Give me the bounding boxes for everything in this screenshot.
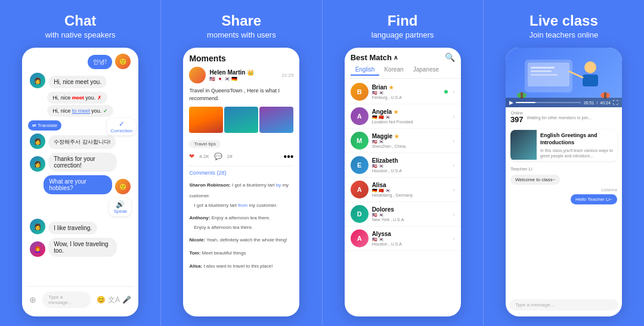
live-title: Live class	[530, 13, 598, 29]
find-section: Find language partners Best Match ∧ 🔍 En…	[322, 0, 483, 326]
translate-button[interactable]: ⇄ Translate	[28, 120, 61, 131]
search-icon[interactable]: 🔍	[445, 52, 455, 62]
class-card[interactable]: English Greetings and Introductions In t…	[510, 130, 617, 161]
tab-english[interactable]: English	[351, 64, 380, 76]
input-placeholder: Type a message...	[48, 294, 85, 305]
user-avatar: E	[351, 156, 369, 174]
user-name: Alisa	[372, 182, 450, 188]
post-user-row: Helen Martin 👑 🇺🇸 🇯🇵 🇰🇷 🇩🇪 22:25	[189, 67, 293, 83]
user-flags: 🇩🇪 🇨🇳 🇰🇷	[372, 188, 450, 193]
post-avatar	[189, 67, 206, 83]
add-icon[interactable]: ⊕	[29, 295, 36, 305]
msg-row: What are your hobbies? 🙂	[27, 175, 134, 194]
chat-phone: 안녕! 🙂 👩 Hi, nice meet you. ✓ Correction …	[22, 48, 138, 316]
post-flags: 🇺🇸 🇯🇵 🇰🇷 🇩🇪	[209, 76, 254, 82]
moments-post: Helen Martin 👑 🇺🇸 🇯🇵 🇰🇷 🇩🇪 22:25 Travel …	[183, 67, 299, 166]
comment-text: Enjoy a afternoon tea there.	[212, 215, 271, 221]
mic-icon[interactable]: 🎤	[122, 296, 131, 304]
user-name: Angela ★	[372, 108, 450, 115]
sender-name: Listanna	[506, 187, 622, 193]
tab-japanese[interactable]: Japanese	[408, 64, 444, 76]
msg-row: 👩 수정해주서 감사합니다!	[27, 133, 134, 149]
chat-input[interactable]: Type a message...	[42, 291, 91, 308]
user-row[interactable]: A Alyssa 🇺🇸 🇰🇷 Houston , U.S.A ›	[345, 226, 461, 251]
share-title: Share	[222, 13, 262, 29]
chat-bubble: Thanks for your correction!	[48, 153, 117, 172]
user-avatar: A	[351, 181, 369, 198]
svg-rect-6	[583, 74, 598, 86]
user-location: Fenburg , U.S.A	[372, 95, 441, 100]
comment-author: Sharon Robinson:	[189, 182, 232, 188]
comment-item: Sharon Robinson: I got a blueberry tart …	[189, 178, 293, 200]
total-time: 40:24	[600, 101, 611, 105]
welcome-bubble: Welcome to class~	[510, 175, 560, 185]
user-avatar: A	[351, 107, 369, 125]
play-button[interactable]: ▶	[509, 100, 513, 105]
online-count-block: Online 397	[510, 111, 524, 124]
user-row[interactable]: D Dolores 🇺🇸 🇰🇷 New York , U.S.A ›	[345, 202, 461, 226]
heart-icon[interactable]: ❤	[189, 153, 194, 160]
live-info-bar: Online 397 Waiting for other members to …	[506, 107, 622, 128]
chat-bubble: Hi, nice meet you. ✗	[47, 92, 107, 104]
user-info: Maggie ★ 🇺🇸 🇰🇷 ShenZhen , China	[372, 133, 450, 148]
chat-bubble: I like traveling.	[48, 222, 97, 234]
comments-section: Comments (28) Sharon Robinson: I got a b…	[183, 166, 299, 276]
chat-bubble: Hi, nice meet you.	[48, 76, 107, 88]
welcome-message-row: Welcome to class~	[506, 173, 622, 187]
comment-author: Anthony:	[189, 215, 211, 221]
correction-button[interactable]: ✓ Correction	[107, 118, 136, 135]
post-image-3	[259, 107, 293, 133]
msg-row: 👩‍🦰 Wow, I love traveling too.	[27, 238, 134, 257]
chevron-right-icon: ›	[453, 89, 454, 95]
user-name: Elizabeth	[372, 157, 450, 164]
post-tag[interactable]: Travel tips	[189, 140, 221, 148]
user-row[interactable]: A Angela ★ 🇩🇪 🇨🇳 🇰🇷 Location Not Provide…	[345, 104, 461, 129]
comment-text: Meet beautiful things	[202, 250, 246, 256]
translate-icon[interactable]: 文A	[108, 295, 120, 305]
live-chat-input[interactable]: Type a message...	[509, 299, 618, 311]
progress-track[interactable]	[516, 102, 581, 103]
comments-count: 28	[227, 154, 233, 159]
svg-point-5	[584, 61, 596, 73]
translate-label: Translate	[38, 123, 57, 128]
user-row[interactable]: E Elizabeth 🇺🇸 🇰🇷 Houston , U.S.A ›	[345, 153, 461, 178]
comment-item: Tom: Meet beautiful things	[189, 246, 293, 257]
chat-bubble: Wow, I love traveling too.	[48, 238, 117, 257]
tab-korean[interactable]: Korean	[379, 64, 408, 76]
user-location: Location Not Provided	[372, 120, 450, 124]
moments-header: Moments	[183, 48, 299, 67]
speak-button[interactable]: 🔊 Speak	[109, 198, 131, 216]
time-separator: /	[596, 101, 597, 105]
emoji-icon[interactable]: 😊	[97, 296, 106, 304]
share-section: Share moments with users Moments Helen M…	[160, 0, 321, 326]
progress-fill	[516, 102, 535, 103]
user-list: B Brian ★ 🇺🇸 🇰🇷 Fenburg , U.S.A › A Ange…	[345, 79, 461, 316]
comment-item: Anthony: Enjoy a afternoon tea there.	[189, 211, 293, 222]
user-row[interactable]: M Maggie ★ 🇺🇸 🇰🇷 ShenZhen , China ›	[345, 129, 461, 153]
chat-title: Chat	[64, 13, 96, 29]
comment-icon[interactable]: 💬	[214, 153, 222, 160]
post-time: 22:25	[281, 73, 293, 78]
chevron-right-icon: ›	[453, 162, 454, 169]
chat-bubble: 안녕!	[88, 55, 112, 69]
msg-row: 👩 Hi, nice meet you.	[27, 73, 134, 88]
more-icon[interactable]: •••	[284, 151, 294, 162]
chat-subtitle: with native speakers	[45, 30, 116, 39]
best-match-label: Best Match ∧	[351, 53, 398, 62]
comment-text-corrected: Enjoy a afternoon tea there.	[189, 224, 293, 231]
user-row[interactable]: A Alisa 🇩🇪 🇨🇳 🇰🇷 Heidelberg , Germany ›	[345, 178, 461, 202]
user-row[interactable]: B Brian ★ 🇺🇸 🇰🇷 Fenburg , U.S.A ›	[345, 80, 461, 104]
share-subtitle: moments with users	[207, 30, 276, 39]
comment-author: Alisa:	[189, 263, 203, 269]
user-flags: 🇺🇸 🇰🇷	[372, 139, 450, 144]
correction-label: Correction	[110, 128, 132, 133]
fullscreen-icon[interactable]: ⛶	[613, 100, 618, 105]
comment-item: I got a blueberry tart from my customer.	[189, 202, 293, 209]
user-name: Dolores	[372, 206, 450, 213]
live-section: Live class Join teachers online	[483, 0, 644, 326]
post-image-2	[224, 107, 258, 133]
post-image-1	[189, 107, 223, 133]
hello-message-row: Hello Teacher Li~	[506, 193, 622, 207]
find-phone: Best Match ∧ 🔍 English Korean Japanese B…	[345, 48, 461, 316]
class-card-image	[510, 130, 537, 160]
